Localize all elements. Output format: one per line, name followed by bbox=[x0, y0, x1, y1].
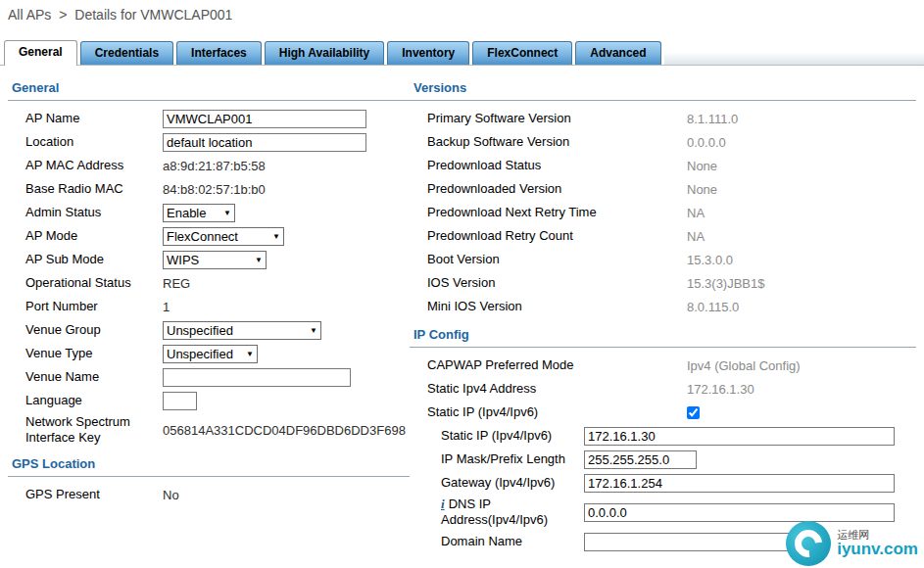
ap-sub-mode-label: AP Sub Mode bbox=[25, 252, 163, 267]
tab-bar: General Credentials Interfaces High Avai… bbox=[0, 39, 924, 66]
ap-name-input[interactable] bbox=[163, 110, 366, 128]
field-predownload-retry-count: Predownload Retry Count NA bbox=[410, 224, 916, 248]
dns-ip-label-line2: Address(Ipv4/Ipv6) bbox=[441, 512, 548, 527]
field-operational-status: Operational Status REG bbox=[8, 271, 410, 295]
backup-software-version-label: Backup Software Version bbox=[427, 134, 687, 150]
predownload-status-value: None bbox=[687, 159, 717, 173]
venue-group-selected-value: Unspecified bbox=[167, 323, 233, 338]
static-ipv4-address-label: Static Ipv4 Address bbox=[427, 381, 687, 397]
field-primary-software-version: Primary Software Version 8.1.111.0 bbox=[410, 107, 916, 130]
admin-status-label: Admin Status bbox=[25, 205, 163, 220]
field-ap-name: AP Name bbox=[8, 107, 410, 130]
watermark-brand: 运维网 bbox=[837, 529, 918, 541]
dns-ip-label: iDNS IP Address(Ipv4/Ipv6) bbox=[441, 497, 584, 529]
field-static-ip-enable: Static IP (Ipv4/Ipv6) bbox=[410, 401, 916, 424]
capwap-preferred-mode-label: CAPWAP Preferred Mode bbox=[427, 357, 687, 373]
network-spectrum-key-value: 056814A331CDCD04DF96DBD6DD3F698 bbox=[163, 423, 406, 438]
field-network-spectrum-key: Network Spectrum Interface Key 056814A33… bbox=[8, 412, 410, 448]
language-input[interactable] bbox=[163, 392, 197, 410]
ap-name-label: AP Name bbox=[25, 111, 163, 126]
venue-group-select[interactable]: Unspecified ▼ bbox=[163, 321, 321, 340]
ios-version-label: IOS Version bbox=[427, 275, 687, 291]
base-radio-mac-label: Base Radio MAC bbox=[25, 181, 163, 197]
field-venue-type: Venue Type Unspecified ▼ bbox=[8, 342, 410, 365]
ap-mac-value: a8:9d:21:87:b5:58 bbox=[163, 159, 266, 173]
operational-status-label: Operational Status bbox=[25, 275, 163, 291]
mini-ios-version-value: 8.0.115.0 bbox=[687, 300, 739, 314]
watermark-text: 运维网 iyunv.com bbox=[837, 529, 918, 559]
network-spectrum-key-label: Network Spectrum Interface Key bbox=[25, 414, 163, 445]
chevron-down-icon: ▼ bbox=[307, 326, 320, 335]
venue-type-label: Venue Type bbox=[25, 346, 163, 361]
predownload-status-label: Predownload Status bbox=[427, 158, 687, 173]
gps-present-label: GPS Present bbox=[25, 487, 163, 502]
static-ip-enable-label: Static IP (Ipv4/Ipv6) bbox=[427, 404, 687, 420]
breadcrumb: All APs > Details for VMWCLAP001 bbox=[0, 0, 924, 39]
predownloaded-version-value: None bbox=[687, 182, 717, 197]
field-ap-sub-mode: AP Sub Mode WIPS ▼ bbox=[8, 248, 410, 271]
ap-details-content: General AP Name Location AP MAC Address … bbox=[0, 66, 924, 553]
admin-status-select[interactable]: Enable ▼ bbox=[163, 204, 235, 222]
logo-arc bbox=[789, 524, 827, 562]
field-venue-name: Venue Name bbox=[8, 365, 410, 389]
field-ios-version: IOS Version 15.3(3)JBB1$ bbox=[410, 271, 916, 295]
base-radio-mac-value: 84:b8:02:57:1b:b0 bbox=[163, 182, 266, 197]
predownload-retry-count-value: NA bbox=[687, 229, 705, 244]
gateway-label: Gateway (Ipv4/Ipv6) bbox=[441, 475, 584, 491]
dns-ip-input[interactable] bbox=[584, 503, 895, 522]
tab-flexconnect[interactable]: FlexConnect bbox=[472, 41, 572, 65]
tab-interfaces[interactable]: Interfaces bbox=[176, 41, 262, 65]
predownloaded-version-label: Predownloaded Version bbox=[427, 181, 687, 197]
gps-present-value: No bbox=[163, 488, 179, 502]
predownload-next-retry-time-label: Predownload Next Retry Time bbox=[427, 205, 687, 220]
field-capwap-preferred-mode: CAPWAP Preferred Mode Ipv4 (Global Confi… bbox=[410, 354, 916, 377]
port-number-label: Port Number bbox=[25, 299, 163, 314]
domain-name-input[interactable] bbox=[584, 533, 795, 551]
tab-general[interactable]: General bbox=[4, 40, 77, 66]
static-ip-checkbox[interactable] bbox=[687, 406, 700, 419]
breadcrumb-separator: > bbox=[59, 7, 67, 23]
venue-type-select[interactable]: Unspecified ▼ bbox=[163, 345, 258, 363]
iyunv-logo-icon bbox=[786, 521, 831, 566]
venue-type-selected-value: Unspecified bbox=[167, 347, 233, 361]
field-predownload-next-retry-time: Predownload Next Retry Time NA bbox=[410, 201, 916, 224]
breadcrumb-all-aps[interactable]: All APs bbox=[8, 7, 51, 23]
info-icon: i bbox=[441, 497, 445, 511]
ip-mask-label: IP Mask/Prefix Length bbox=[441, 451, 584, 467]
chevron-down-icon: ▼ bbox=[252, 256, 266, 264]
ap-mode-label: AP Mode bbox=[25, 228, 163, 244]
gateway-input[interactable] bbox=[584, 474, 895, 493]
field-location: Location bbox=[8, 130, 410, 154]
field-venue-group: Venue Group Unspecified ▼ bbox=[8, 318, 410, 342]
primary-software-version-value: 8.1.111.0 bbox=[687, 112, 738, 126]
operational-status-value: REG bbox=[163, 276, 190, 291]
ap-mode-select[interactable]: FlexConnect ▼ bbox=[163, 227, 284, 246]
section-header-ip-config: IP Config bbox=[410, 324, 916, 348]
ip-mask-input[interactable] bbox=[584, 450, 697, 469]
ap-sub-mode-selected-value: WIPS bbox=[167, 253, 199, 267]
domain-name-label: Domain Name bbox=[441, 534, 584, 549]
venue-name-input[interactable] bbox=[163, 368, 351, 387]
admin-status-selected-value: Enable bbox=[167, 206, 206, 220]
tab-high-availability[interactable]: High Availability bbox=[265, 41, 384, 65]
predownload-next-retry-time-value: NA bbox=[687, 206, 705, 220]
field-base-radio-mac: Base Radio MAC 84:b8:02:57:1b:b0 bbox=[8, 177, 410, 201]
chevron-down-icon: ▼ bbox=[220, 209, 234, 217]
dns-ip-label-line1: DNS IP bbox=[449, 497, 491, 511]
versions-column: Versions Primary Software Version 8.1.11… bbox=[410, 77, 924, 553]
language-label: Language bbox=[25, 393, 163, 408]
port-number-value: 1 bbox=[163, 300, 170, 314]
tab-credentials[interactable]: Credentials bbox=[80, 41, 173, 65]
breadcrumb-current: Details for VMWCLAP001 bbox=[74, 7, 232, 23]
tab-advanced[interactable]: Advanced bbox=[575, 41, 660, 65]
section-header-gps-location: GPS Location bbox=[8, 453, 410, 477]
chevron-down-icon: ▼ bbox=[243, 350, 257, 358]
tab-inventory[interactable]: Inventory bbox=[387, 41, 469, 65]
field-predownload-status: Predownload Status None bbox=[410, 154, 916, 177]
static-ip-input[interactable] bbox=[584, 427, 895, 446]
backup-software-version-value: 0.0.0.0 bbox=[687, 135, 726, 150]
location-input[interactable] bbox=[163, 133, 366, 152]
field-backup-software-version: Backup Software Version 0.0.0.0 bbox=[410, 130, 916, 154]
ap-sub-mode-select[interactable]: WIPS ▼ bbox=[163, 251, 267, 269]
general-column: General AP Name Location AP MAC Address … bbox=[0, 77, 410, 553]
